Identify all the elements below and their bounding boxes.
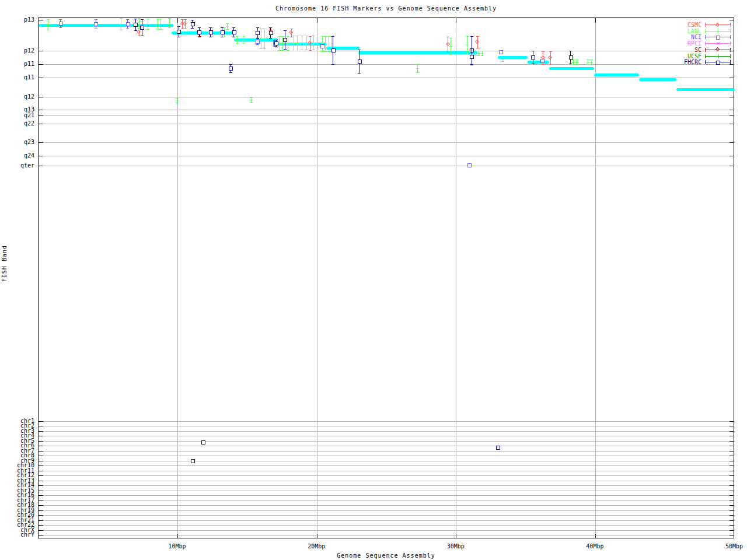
marker-fhcrc-cap-top [229, 64, 232, 65]
band-tick-left [39, 116, 43, 116]
legend-marker-fhcrc [716, 61, 720, 65]
band-gridline [39, 520, 735, 521]
band-tick-left [39, 461, 43, 461]
marker-fhcrc-cap-bottom [229, 72, 232, 73]
band-tick-right [729, 20, 734, 20]
marker-nci [126, 22, 130, 26]
marker-fhcrc [331, 48, 336, 52]
band-gridline [39, 446, 735, 446]
marker-fhcrc-cap-top [256, 27, 259, 28]
marker-fhcrc-cap-bottom [209, 37, 212, 37]
legend-sample-cap [730, 48, 731, 52]
marker-lanl-cap-bottom [312, 50, 315, 50]
marker-lanl-h [226, 26, 229, 27]
marker-lanl-cap-top [416, 64, 419, 65]
band-tick-right [729, 142, 734, 143]
legend-marker-ucsf-h [717, 56, 720, 57]
marker-csmc [475, 40, 479, 44]
marker-lanl-h [501, 59, 504, 60]
legend-row-ucsf: UCSF [642, 53, 733, 60]
marker-lanl-cap-top [449, 38, 452, 38]
marker-lanl-h [281, 43, 284, 44]
band-tick-right [729, 475, 734, 476]
marker-lanl-cap-top [301, 36, 303, 36]
band-tick-right [729, 431, 734, 432]
marker-lanl-h [292, 43, 295, 44]
marker-fhcrc-cap-bottom [284, 49, 287, 50]
marker-lanl-cap-bottom [242, 43, 245, 44]
marker-nci [467, 163, 472, 167]
marker-lanl-cap-top [168, 18, 171, 19]
assembly-segment [676, 88, 735, 91]
legend-label: FHCRC [684, 59, 701, 65]
legend-row-lanl: LANL [642, 28, 733, 34]
marker-lanl-h [120, 24, 123, 24]
marker-csmc [183, 22, 187, 26]
x-tick-label: 40Mbp [586, 543, 603, 550]
marker-fhcrc-cap-bottom [331, 64, 334, 65]
marker-lanl-cap-bottom [305, 50, 308, 50]
legend-sample-cap [730, 41, 731, 46]
band-tick-right [729, 491, 734, 491]
marker-lanl-h [330, 44, 333, 44]
marker-fhcrc [470, 55, 474, 59]
marker-lanl-cap-top [281, 36, 284, 37]
marker-fhcrc-cap-top [134, 19, 137, 19]
band-tick-left [39, 530, 43, 531]
marker-lanl-cap-top [120, 18, 123, 19]
marker-lanl-h [312, 43, 315, 43]
band-label: q24 [2, 153, 34, 158]
marker-fhcrc-cap-top [569, 51, 572, 51]
band-tick-right [729, 510, 734, 511]
marker-lanl-cap-top [242, 36, 245, 37]
marker-fhcrc [191, 22, 195, 26]
band-tick-left [39, 142, 43, 143]
marker-csmc-cap-top [184, 19, 187, 20]
band-label: q11 [2, 75, 34, 80]
marker-lanl-h [296, 43, 299, 44]
marker-csmc-cap-top [309, 36, 312, 37]
band-tick-right [729, 485, 734, 486]
marker-lanl-cap-top [312, 36, 315, 36]
marker-lanl-h [449, 46, 452, 47]
x-tick-label: 50Mbp [725, 543, 743, 550]
marker-nci-cap-top [256, 38, 259, 39]
marker-fhcrc [531, 55, 535, 60]
band-tick-left [39, 441, 43, 442]
band-tick-right [729, 166, 734, 166]
legend-marker-rpci [716, 42, 719, 45]
marker-fhcrc-cap-top [331, 36, 334, 37]
band-gridline [39, 436, 735, 436]
legend-sample-cap [705, 54, 706, 58]
band-tick-right [729, 466, 734, 466]
marker-lanl-h [146, 24, 149, 24]
band-label: qter [2, 163, 34, 168]
legend-sample-cap [730, 54, 731, 58]
marker-fhcrc-cap-top [470, 36, 473, 37]
assembly-segment [639, 78, 676, 81]
band-gridline [39, 461, 735, 461]
marker-csmc-cap-top [290, 29, 293, 29]
marker-lanl-cap-bottom [501, 61, 504, 62]
band-gridline [39, 510, 735, 511]
legend-row-nci: NCI [642, 34, 733, 40]
marker-nci-cap-bottom [95, 29, 97, 29]
band-tick-right [729, 495, 734, 496]
band-tick-right [729, 446, 734, 446]
band-tick-left [39, 97, 43, 97]
band-gridline [39, 431, 735, 432]
band-tick-right [729, 116, 734, 116]
band-tick-right [729, 156, 734, 156]
marker-fhcrc [274, 41, 278, 46]
marker-lanl-cap-bottom [281, 50, 284, 51]
marker-lanl-cap-top [47, 19, 50, 20]
legend-marker-lanl-h [717, 31, 720, 32]
legend-sample-cap [705, 29, 706, 33]
band-tick-right [729, 471, 734, 471]
band-tick-right [729, 426, 734, 426]
legend-sample-cap [705, 60, 706, 64]
band-gridline [39, 515, 735, 516]
marker-csmc-cap-bottom [476, 48, 479, 48]
marker-fhcrc-cap-bottom [532, 64, 535, 64]
plot-area [38, 18, 734, 538]
